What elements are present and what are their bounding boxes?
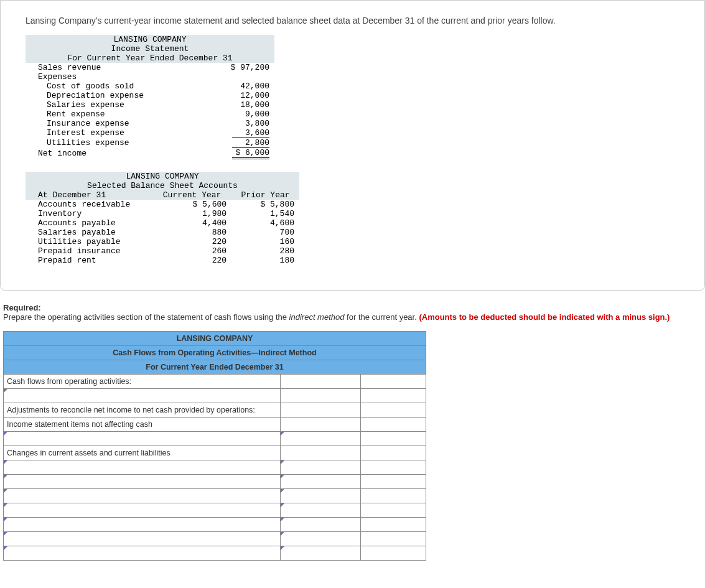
dep-label: Depreciation expense (26, 91, 204, 100)
rent-val: 9,000 (204, 110, 275, 119)
sal-label: Salaries expense (26, 100, 204, 110)
net-val: $ 6,000 (204, 147, 275, 159)
balance-row-label: Accounts payable (26, 218, 152, 228)
ws-cell[interactable] (280, 418, 360, 432)
ws-cell[interactable] (280, 432, 360, 446)
sales-value: $ 97,200 (204, 63, 275, 72)
balance-row-py: 280 (231, 246, 299, 256)
util-val: 2,800 (204, 138, 275, 147)
ws-cell[interactable] (280, 446, 360, 460)
expenses-label: Expenses (26, 72, 274, 82)
income-title: Income Statement (26, 44, 274, 54)
balance-row-py: 160 (231, 237, 299, 246)
net-label: Net income (26, 147, 204, 159)
balance-company: LANSING COMPANY (26, 172, 299, 181)
balance-col1: Current Year (152, 190, 231, 200)
income-company: LANSING COMPANY (26, 35, 274, 44)
income-statement-table: LANSING COMPANY Income Statement For Cur… (26, 35, 274, 159)
ws-input-row[interactable] (4, 532, 281, 546)
ws-cell[interactable] (360, 446, 426, 460)
dep-val: 12,000 (204, 91, 275, 100)
ws-cfo-label: Cash flows from operating activities: (4, 375, 281, 389)
ws-cell[interactable] (360, 532, 426, 546)
ws-cell[interactable] (360, 489, 426, 503)
balance-row-label: Prepaid insurance (26, 246, 152, 256)
balance-row-label: Salaries payable (26, 228, 152, 237)
rent-label: Rent expense (26, 110, 204, 119)
cogs-label: Cost of goods sold (26, 82, 204, 91)
income-period: For Current Year Ended December 31 (26, 54, 274, 63)
int-label: Interest expense (26, 128, 204, 138)
ws-input-row[interactable] (4, 432, 281, 446)
ws-cell[interactable] (360, 546, 426, 561)
balance-row-label: Accounts receivable (26, 200, 152, 209)
ws-adj-label: Adjustments to reconcile net income to n… (4, 403, 281, 418)
sal-val: 18,000 (204, 100, 275, 110)
intro-text: Lansing Company's current-year income st… (26, 16, 679, 26)
ws-cell[interactable] (280, 518, 360, 532)
worksheet-table: LANSING COMPANY Cash Flows from Operatin… (3, 331, 426, 561)
balance-col0: At December 31 (26, 190, 152, 200)
ws-cell[interactable] (280, 375, 360, 389)
required-title: Required: (3, 303, 702, 312)
ins-label: Insurance expense (26, 119, 204, 128)
ins-val: 3,800 (204, 119, 275, 128)
ws-cell[interactable] (280, 503, 360, 518)
balance-row-py: 1,540 (231, 209, 299, 218)
ws-cell[interactable] (280, 532, 360, 546)
ws-cell[interactable] (280, 546, 360, 561)
balance-col2: Prior Year (231, 190, 299, 200)
balance-row-label: Inventory (26, 209, 152, 218)
ws-cell[interactable] (360, 375, 426, 389)
ws-cell[interactable] (360, 432, 426, 446)
ws-cell[interactable] (280, 460, 360, 475)
ws-cell[interactable] (360, 460, 426, 475)
balance-row-cy: 4,400 (152, 218, 231, 228)
cogs-val: 42,000 (204, 82, 275, 91)
balance-row-cy: 880 (152, 228, 231, 237)
ws-cell[interactable] (360, 503, 426, 518)
ws-cell[interactable] (360, 389, 426, 403)
ws-input-row[interactable] (4, 546, 281, 561)
balance-row-py: $ 5,800 (231, 200, 299, 209)
ws-cell[interactable] (280, 475, 360, 489)
required-body: Prepare the operating activities section… (3, 312, 702, 322)
int-val: 3,600 (204, 128, 275, 138)
ws-header-company: LANSING COMPANY (4, 332, 426, 346)
ws-items-label: Income statement items not affecting cas… (4, 418, 281, 432)
ws-cell[interactable] (280, 389, 360, 403)
util-label: Utilities expense (26, 138, 204, 147)
ws-cell[interactable] (360, 403, 426, 418)
balance-title: Selected Balance Sheet Accounts (26, 181, 299, 190)
ws-changes-label: Changes in current assets and current li… (4, 446, 281, 460)
ws-header-title: Cash Flows from Operating Activities—Ind… (4, 346, 426, 360)
balance-row-label: Prepaid rent (26, 256, 152, 265)
balance-row-cy: 220 (152, 256, 231, 265)
balance-row-label: Utilities payable (26, 237, 152, 246)
ws-input-row[interactable] (4, 518, 281, 532)
ws-cell[interactable] (360, 518, 426, 532)
balance-row-py: 180 (231, 256, 299, 265)
ws-input-row[interactable] (4, 389, 281, 403)
balance-row-cy: $ 5,600 (152, 200, 231, 209)
sales-label: Sales revenue (26, 63, 204, 72)
ws-input-row[interactable] (4, 460, 281, 475)
balance-row-cy: 260 (152, 246, 231, 256)
ws-input-row[interactable] (4, 475, 281, 489)
balance-row-cy: 1,980 (152, 209, 231, 218)
ws-input-row[interactable] (4, 503, 281, 518)
ws-input-row[interactable] (4, 489, 281, 503)
balance-row-py: 700 (231, 228, 299, 237)
balance-row-py: 4,600 (231, 218, 299, 228)
ws-cell[interactable] (360, 418, 426, 432)
ws-cell[interactable] (280, 489, 360, 503)
ws-header-period: For Current Year Ended December 31 (4, 360, 426, 375)
ws-cell[interactable] (280, 403, 360, 418)
balance-row-cy: 220 (152, 237, 231, 246)
balance-sheet-table: LANSING COMPANY Selected Balance Sheet A… (26, 172, 299, 265)
ws-cell[interactable] (360, 475, 426, 489)
